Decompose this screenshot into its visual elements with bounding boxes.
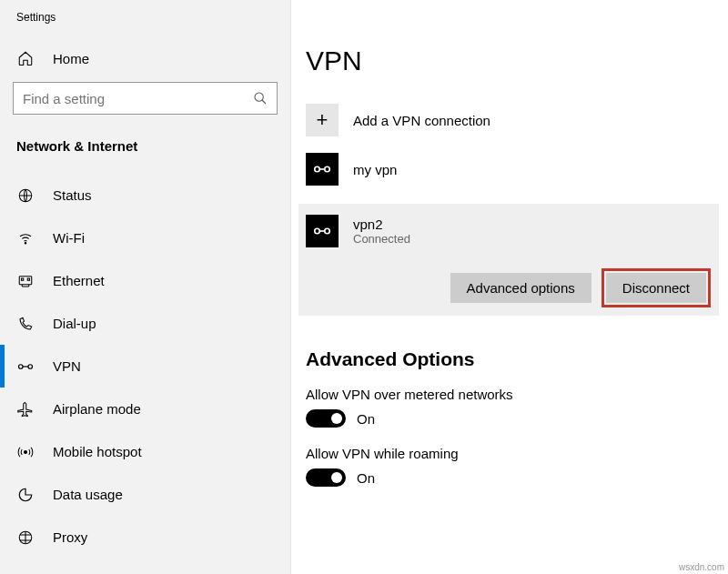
sidebar-item-ethernet[interactable]: Ethernet <box>0 259 290 302</box>
plus-icon: + <box>306 104 339 136</box>
vpn-connection-name: vpn2 <box>353 217 410 232</box>
add-vpn-label: Add a VPN connection <box>353 113 490 128</box>
svg-point-0 <box>255 93 263 101</box>
sidebar-category: Network & Internet <box>0 131 290 174</box>
advanced-options-button[interactable]: Advanced options <box>450 273 592 303</box>
toggle-metered[interactable] <box>306 409 346 428</box>
app-name: Settings <box>0 7 290 40</box>
advanced-options-title: Advanced Options <box>306 348 719 370</box>
sidebar-item-label: Status <box>53 187 92 203</box>
dialup-icon <box>16 315 35 333</box>
sidebar-item-proxy[interactable]: Proxy <box>0 516 290 559</box>
sidebar-item-label: Proxy <box>53 529 87 545</box>
sidebar-item-label: Dial-up <box>53 316 96 331</box>
sidebar-home[interactable]: Home <box>0 40 290 82</box>
sidebar-item-label: Mobile hotspot <box>53 444 142 459</box>
sidebar-item-vpn[interactable]: VPN <box>0 345 290 388</box>
page-title: VPN <box>306 45 719 76</box>
sidebar-item-label: Data usage <box>53 487 123 502</box>
svg-point-9 <box>25 450 27 453</box>
setting-label: Allow VPN while roaming <box>306 446 719 461</box>
wifi-icon <box>16 229 35 247</box>
svg-rect-6 <box>27 278 29 280</box>
search-container <box>0 82 290 131</box>
toggle-roaming[interactable] <box>306 468 346 487</box>
vpn-icon <box>16 357 35 376</box>
main-content: VPN + Add a VPN connection my vpn vpn2 C… <box>291 0 728 574</box>
vpn-connection-status: Connected <box>353 232 410 246</box>
svg-point-8 <box>28 364 33 368</box>
sidebar-home-label: Home <box>53 51 89 66</box>
sidebar-item-label: Airplane mode <box>53 401 141 417</box>
sidebar-item-wifi[interactable]: Wi-Fi <box>0 217 290 259</box>
sidebar-item-label: Ethernet <box>53 273 105 288</box>
watermark: wsxdn.com <box>679 562 724 572</box>
sidebar-item-hotspot[interactable]: Mobile hotspot <box>0 430 290 473</box>
svg-point-14 <box>325 228 330 234</box>
setting-metered: Allow VPN over metered networks On <box>306 387 719 428</box>
vpn-connection-name: my vpn <box>353 162 397 177</box>
vpn-connection-icon <box>306 215 339 247</box>
sidebar-item-airplane[interactable]: Airplane mode <box>0 388 290 430</box>
setting-label: Allow VPN over metered networks <box>306 387 719 402</box>
datausage-icon <box>16 486 35 504</box>
svg-point-7 <box>19 364 24 368</box>
vpn-connection-item[interactable]: vpn2 Connected <box>306 215 706 247</box>
search-icon <box>253 91 268 106</box>
svg-line-1 <box>262 100 266 104</box>
home-icon <box>16 49 35 67</box>
vpn-connection-selected: vpn2 Connected Advanced options Disconne… <box>298 204 719 316</box>
sidebar-item-dialup[interactable]: Dial-up <box>0 302 290 345</box>
sidebar: Settings Home Network & Internet Status … <box>0 0 291 574</box>
svg-point-3 <box>25 242 26 244</box>
setting-roaming: Allow VPN while roaming On <box>306 446 719 487</box>
sidebar-item-status[interactable]: Status <box>0 174 290 217</box>
airplane-icon <box>16 400 35 418</box>
toggle-state: On <box>357 470 375 486</box>
svg-point-11 <box>315 166 320 172</box>
sidebar-item-label: VPN <box>53 358 81 374</box>
svg-point-13 <box>315 228 320 234</box>
ethernet-icon <box>16 272 35 290</box>
hotspot-icon <box>16 443 35 461</box>
svg-rect-5 <box>22 278 24 280</box>
proxy-icon <box>16 529 35 547</box>
status-icon <box>16 186 35 205</box>
disconnect-button[interactable]: Disconnect <box>606 273 706 303</box>
vpn-connection-item[interactable]: my vpn <box>306 146 719 195</box>
vpn-connection-icon <box>306 153 339 186</box>
toggle-state: On <box>357 411 375 427</box>
search-box[interactable] <box>13 82 278 115</box>
sidebar-item-datausage[interactable]: Data usage <box>0 473 290 516</box>
svg-point-12 <box>325 166 330 172</box>
sidebar-item-label: Wi-Fi <box>53 230 85 246</box>
add-vpn-row[interactable]: + Add a VPN connection <box>306 96 719 146</box>
search-input[interactable] <box>23 91 253 106</box>
